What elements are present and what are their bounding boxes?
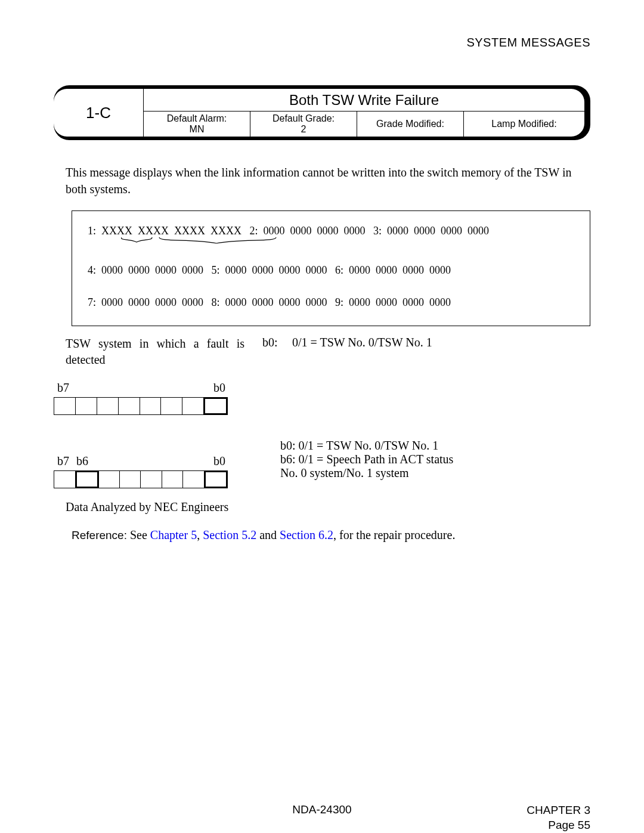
section1-b0-key: b0: <box>262 336 292 349</box>
brace-annotations <box>121 237 578 247</box>
message-code: 1-C <box>54 89 144 137</box>
bitbox2-label-b0: b0 <box>213 454 228 468</box>
footer-chapter: CHAPTER 3 <box>527 803 590 818</box>
message-title: Both TSW Write Failure <box>144 89 584 112</box>
bitbox1-label-b0: b0 <box>213 381 228 395</box>
reference-label: Reference: <box>72 529 127 541</box>
footer-page: Page 55 <box>527 818 590 833</box>
hex-dump-box: 1: XXXX XXXX XXXX XXXX 2: 0000 0000 0000… <box>72 210 590 326</box>
header-system-messages: SYSTEM MESSAGES <box>54 36 590 49</box>
section1-caption: TSW system in which a fault is detected <box>66 336 244 368</box>
section2-b6-value-line2: No. 0 system/No. 1 system <box>280 466 409 479</box>
analyzed-note: Data Analyzed by NEC Engineers <box>54 500 590 514</box>
reference-line: Reference: See Chapter 5, Section 5.2 an… <box>54 528 590 542</box>
dump-row-3: 7: 0000 0000 0000 0000 8: 0000 0000 0000… <box>88 297 578 308</box>
link-section-5-2[interactable]: Section 5.2 <box>203 528 256 541</box>
bitbox1-label-b7: b7 <box>54 381 69 395</box>
bitbox1 <box>54 397 228 415</box>
link-chapter-5[interactable]: Chapter 5 <box>150 528 197 541</box>
dump-row-2: 4: 0000 0000 0000 0000 5: 0000 0000 0000… <box>88 265 578 275</box>
meta-default-alarm: Default Alarm: MN <box>144 112 250 137</box>
section2-b6-key: b6: <box>280 453 296 466</box>
section2-b0-key: b0: <box>280 439 296 452</box>
bitbox2 <box>54 470 228 488</box>
meta-default-grade: Default Grade: 2 <box>250 112 357 137</box>
dump-row-1: 1: XXXX XXXX XXXX XXXX 2: 0000 0000 0000… <box>88 225 578 236</box>
section2-b0-value: 0/1 = TSW No. 0/TSW No. 1 <box>299 439 439 452</box>
meta-grade-modified: Grade Modified: <box>357 112 464 137</box>
message-description: This message displays when the link info… <box>54 164 590 197</box>
meta-lamp-modified: Lamp Modified: <box>464 112 584 137</box>
section2-b6-value: 0/1 = Speech Path in ACT status <box>299 453 454 466</box>
message-title-block: 1-C Both TSW Write Failure Default Alarm… <box>54 85 590 140</box>
bitbox2-label-b7: b7 <box>54 454 69 468</box>
bitbox2-label-b6: b6 <box>69 454 88 468</box>
footer-doc-id: NDA-24300 <box>54 803 590 816</box>
section1-b0-value: 0/1 = TSW No. 0/TSW No. 1 <box>292 336 578 349</box>
link-section-6-2[interactable]: Section 6.2 <box>280 528 333 541</box>
